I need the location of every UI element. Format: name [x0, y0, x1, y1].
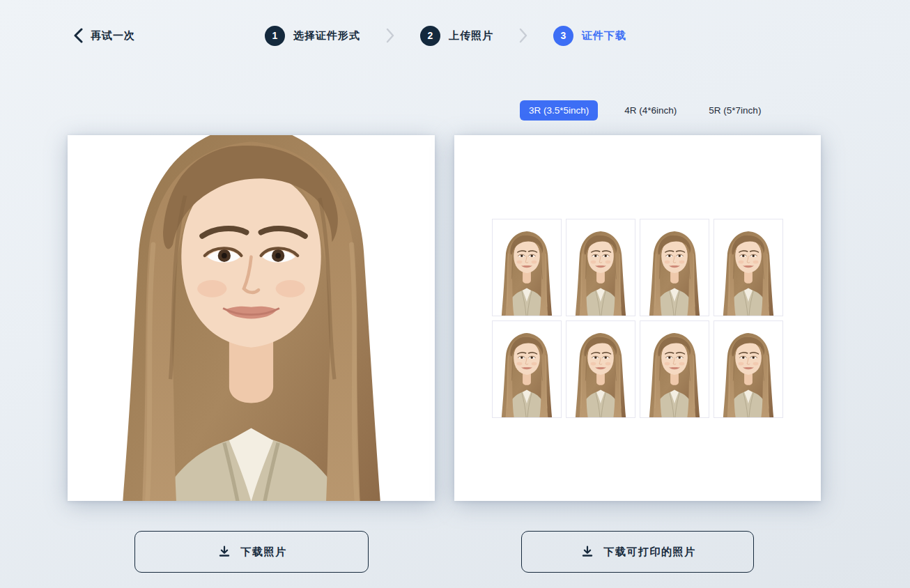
download-icon [580, 544, 595, 559]
portrait-photo-thumbnail [493, 219, 561, 316]
portrait-photo-thumbnail [640, 321, 709, 417]
step-item-download: 3 证件下载 [553, 26, 626, 46]
portrait-photo-thumbnail [493, 321, 561, 417]
step-label: 选择证件形式 [293, 29, 360, 42]
photo-tile [492, 320, 562, 418]
id-photo-download-page: 再试一次 1 选择证件形式 2 上传照片 3 证件下载 3R (3.5*5inc… [0, 0, 910, 588]
download-photo-button[interactable]: 下载照片 [134, 531, 369, 573]
progress-stepper: 1 选择证件形式 2 上传照片 3 证件下载 [265, 25, 626, 46]
tab-label: 4R (4*6inch) [624, 105, 677, 116]
retry-button[interactable]: 再试一次 [72, 25, 135, 46]
step-label: 上传照片 [449, 29, 493, 42]
tab-size-5r[interactable]: 5R (5*7inch) [703, 100, 766, 121]
step-number-badge: 1 [265, 26, 285, 46]
tab-size-3r[interactable]: 3R (3.5*5inch) [520, 100, 598, 121]
step-number-badge: 3 [553, 26, 573, 46]
tab-label: 3R (3.5*5inch) [529, 105, 589, 116]
download-printable-label: 下载可打印的照片 [604, 546, 696, 559]
photo-tile [566, 320, 635, 418]
tab-label: 5R (5*7inch) [709, 105, 761, 116]
photo-tile [640, 320, 709, 418]
download-icon [217, 544, 232, 559]
portrait-photo-thumbnail [640, 219, 709, 316]
retry-label: 再试一次 [91, 29, 135, 42]
step-item-choose-format: 1 选择证件形式 [265, 26, 360, 46]
chevron-left-icon [72, 28, 84, 43]
photo-tile [640, 219, 709, 316]
photo-tile [492, 219, 562, 316]
download-printable-button[interactable]: 下载可打印的照片 [521, 531, 754, 573]
step-item-upload-photo: 2 上传照片 [420, 26, 493, 46]
portrait-photo-thumbnail [566, 219, 635, 316]
print-sheet-card [454, 135, 821, 501]
print-sheet-grid [492, 219, 783, 418]
photo-tile [566, 219, 635, 316]
download-photo-label: 下载照片 [241, 546, 287, 559]
step-number-badge: 2 [420, 26, 440, 46]
portrait-photo-thumbnail [566, 321, 635, 417]
photo-preview-card [68, 135, 435, 501]
tab-size-4r[interactable]: 4R (4*6inch) [619, 100, 682, 121]
chevron-right-icon [385, 28, 395, 43]
photo-tile [714, 219, 783, 316]
print-size-tabs: 3R (3.5*5inch) 4R (4*6inch) 5R (5*7inch) [520, 100, 766, 121]
photo-tile [714, 320, 783, 418]
portrait-photo-thumbnail [714, 219, 782, 316]
step-label: 证件下载 [582, 29, 626, 42]
portrait-photo-thumbnail [714, 321, 782, 417]
portrait-photo [68, 135, 435, 501]
chevron-right-icon [518, 28, 528, 43]
